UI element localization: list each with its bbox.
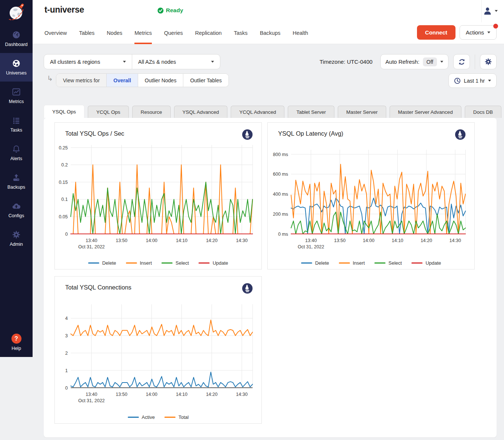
sidebar-item-admin[interactable]: Admin bbox=[0, 224, 33, 253]
svg-text:14:20: 14:20 bbox=[206, 238, 217, 243]
svg-text:13:50: 13:50 bbox=[116, 238, 127, 243]
header-divider bbox=[481, 0, 482, 22]
sidebar-item-configs[interactable]: Configs bbox=[0, 196, 33, 224]
legend-item: Update bbox=[411, 260, 441, 266]
metric-tab-ysql-ops[interactable]: YSQL Ops bbox=[44, 105, 84, 118]
svg-text:14:20: 14:20 bbox=[206, 392, 217, 397]
metric-tab-ysql-advanced[interactable]: YSQL Advanced bbox=[174, 106, 228, 118]
actions-button[interactable]: Actions bbox=[460, 25, 497, 40]
sidebar-item-label: Universes bbox=[6, 70, 27, 76]
view-metrics-segmented-control: View metrics for Overall Outlier Nodes O… bbox=[56, 73, 229, 87]
metric-tab-ycql-advanced[interactable]: YCQL Advanced bbox=[231, 106, 284, 118]
prometheus-icon[interactable] bbox=[242, 129, 253, 142]
metric-tab-ycql-ops[interactable]: YCQL Ops bbox=[88, 106, 129, 118]
clusters-regions-value: All clusters & regions bbox=[50, 59, 100, 65]
tab-tables[interactable]: Tables bbox=[79, 22, 94, 44]
legend-label: Insert bbox=[140, 260, 152, 266]
metric-tab-master-server-advanced[interactable]: Master Server Advanced bbox=[390, 106, 461, 118]
prometheus-icon[interactable] bbox=[455, 129, 466, 142]
sidebar-item-help[interactable]: ? Help bbox=[0, 334, 33, 351]
tab-overview[interactable]: Overview bbox=[44, 22, 67, 44]
notification-dot bbox=[493, 24, 498, 29]
legend-label: Delete bbox=[315, 260, 329, 266]
chart-total-ysql-ops: 00.050.10.150.20.2513:4013:5014:0014:101… bbox=[54, 122, 262, 269]
connect-button[interactable]: Connect bbox=[417, 25, 455, 40]
svg-text:14:30: 14:30 bbox=[236, 238, 247, 243]
help-label: Help bbox=[11, 346, 21, 351]
azs-nodes-dropdown[interactable]: All AZs & nodes bbox=[132, 54, 220, 69]
svg-text:13:40: 13:40 bbox=[86, 238, 97, 243]
tab-metrics[interactable]: Metrics bbox=[134, 22, 152, 44]
sidebar-item-backups[interactable]: Backups bbox=[0, 167, 33, 196]
legend-swatch bbox=[164, 417, 176, 418]
check-circle-icon bbox=[157, 7, 164, 14]
svg-text:0.2: 0.2 bbox=[61, 162, 68, 168]
clusters-regions-dropdown[interactable]: All clusters & regions bbox=[44, 54, 132, 69]
sidebar-item-label: Tasks bbox=[10, 128, 22, 133]
metric-tab-docs-db[interactable]: Docs DB bbox=[465, 106, 501, 118]
status-badge: Ready bbox=[157, 7, 183, 14]
help-icon: ? bbox=[11, 334, 21, 344]
tab-nodes[interactable]: Nodes bbox=[107, 22, 122, 44]
metric-tab-resource[interactable]: Resource bbox=[132, 106, 171, 118]
sidebar: Dashboard Universes Metrics bbox=[0, 0, 33, 357]
view-metrics-for-label: View metrics for bbox=[56, 74, 106, 87]
sidebar-item-alerts[interactable]: Alerts bbox=[0, 139, 33, 167]
view-option-outlier-nodes[interactable]: Outlier Nodes bbox=[138, 74, 183, 87]
svg-text:Oct 31, 2022: Oct 31, 2022 bbox=[78, 244, 105, 249]
actions-label: Actions bbox=[466, 29, 484, 36]
chart-title: Total YSQL Connections bbox=[65, 284, 131, 291]
sidebar-item-dashboard[interactable]: Dashboard bbox=[0, 24, 33, 53]
time-range-dropdown[interactable]: Last 1 hr bbox=[448, 73, 497, 88]
legend-label: Insert bbox=[353, 260, 365, 266]
view-option-outlier-tables[interactable]: Outlier Tables bbox=[183, 74, 228, 87]
chevron-down-icon bbox=[123, 61, 126, 63]
svg-text:Oct 31, 2022: Oct 31, 2022 bbox=[298, 244, 324, 249]
tab-health[interactable]: Health bbox=[293, 22, 308, 44]
svg-text:0: 0 bbox=[65, 386, 68, 391]
svg-text:13:40: 13:40 bbox=[305, 238, 317, 243]
tab-backups[interactable]: Backups bbox=[260, 22, 281, 44]
sidebar-item-tasks[interactable]: Tasks bbox=[0, 110, 33, 139]
time-range-value: Last 1 hr bbox=[464, 78, 485, 84]
svg-text:800 ms: 800 ms bbox=[273, 152, 288, 157]
svg-text:14:00: 14:00 bbox=[363, 238, 374, 243]
sidebar-item-label: Backups bbox=[7, 185, 25, 190]
branch-arrow-icon: ↳ bbox=[47, 74, 53, 83]
svg-text:400 ms: 400 ms bbox=[273, 192, 288, 197]
app-window: Dashboard Universes Metrics bbox=[0, 0, 504, 440]
auto-refresh-dropdown[interactable]: Auto Refresh: Off bbox=[380, 54, 448, 69]
tab-queries[interactable]: Queries bbox=[164, 22, 183, 44]
header: t-universe Ready Overview Tables Nodes M… bbox=[33, 0, 504, 44]
svg-text:13:50: 13:50 bbox=[334, 238, 346, 243]
tab-tasks[interactable]: Tasks bbox=[234, 22, 248, 44]
user-menu[interactable] bbox=[483, 6, 498, 16]
svg-text:Oct 31, 2022: Oct 31, 2022 bbox=[78, 398, 105, 403]
ops-chart-canvas: 00.050.10.150.20.2513:4013:5014:0014:101… bbox=[55, 123, 261, 269]
refresh-button[interactable] bbox=[453, 54, 470, 69]
svg-text:14:00: 14:00 bbox=[146, 238, 157, 243]
sidebar-item-metrics[interactable]: Metrics bbox=[0, 82, 33, 110]
chevron-down-icon bbox=[495, 10, 498, 12]
svg-text:14:10: 14:10 bbox=[392, 238, 403, 243]
configs-icon bbox=[12, 202, 21, 211]
auto-refresh-label: Auto Refresh: bbox=[385, 59, 420, 65]
legend-swatch bbox=[88, 262, 99, 264]
sidebar-item-universes[interactable]: Universes bbox=[0, 53, 33, 82]
view-option-overall[interactable]: Overall bbox=[106, 74, 137, 87]
svg-text:14:30: 14:30 bbox=[236, 392, 247, 397]
refresh-controls: Timezone: UTC-0400 Auto Refresh: Off bbox=[320, 54, 497, 69]
metrics-settings-button[interactable] bbox=[480, 54, 497, 69]
metric-tab-master-server[interactable]: Master Server bbox=[338, 106, 386, 118]
tab-replication[interactable]: Replication bbox=[195, 22, 222, 44]
alerts-icon bbox=[12, 145, 21, 153]
universe-title: t-universe bbox=[44, 5, 84, 15]
yugabyte-logo[interactable] bbox=[0, 0, 33, 24]
controls-divider bbox=[475, 54, 475, 69]
status-text: Ready bbox=[166, 7, 183, 14]
rocket-globe-logo-icon bbox=[6, 2, 26, 22]
svg-text:0.1: 0.1 bbox=[61, 197, 68, 202]
auto-refresh-value: Off bbox=[423, 57, 437, 66]
metric-tab-tablet-server[interactable]: Tablet Server bbox=[288, 106, 334, 118]
prometheus-icon[interactable] bbox=[242, 283, 253, 295]
